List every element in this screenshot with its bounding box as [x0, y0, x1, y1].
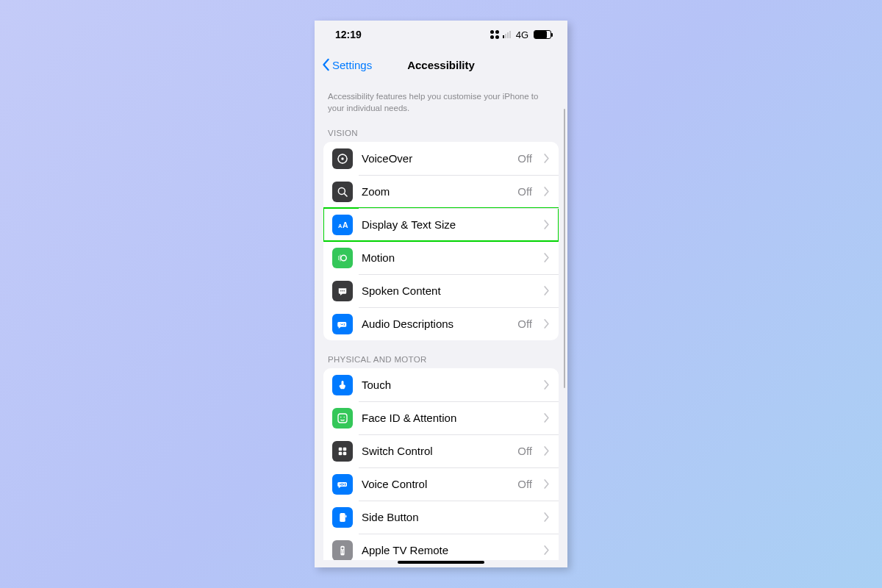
row-zoom[interactable]: Zoom Off — [323, 175, 559, 208]
row-label: Face ID & Attention — [362, 412, 535, 424]
chevron-right-icon — [544, 319, 550, 329]
chevron-right-icon — [544, 220, 550, 229]
row-label: Switch Control — [362, 445, 509, 457]
svg-rect-13 — [339, 447, 343, 451]
text-size-icon: AA — [332, 215, 353, 235]
row-label: Motion — [362, 251, 535, 264]
chevron-right-icon — [544, 380, 550, 390]
row-side-button[interactable]: Side Button — [323, 501, 559, 534]
row-label: VoiceOver — [362, 152, 509, 165]
status-right: 4G — [490, 29, 551, 40]
row-label: Zoom — [362, 185, 509, 198]
battery-icon — [534, 30, 551, 39]
svg-line-3 — [344, 193, 347, 196]
row-voiceover[interactable]: VoiceOver Off — [323, 142, 559, 175]
svg-rect-15 — [339, 451, 343, 455]
spoken-content-icon — [332, 281, 353, 301]
section-header-motor: PHYSICAL AND MOTOR — [315, 340, 567, 368]
scroll-area[interactable]: Accessibility features help you customis… — [315, 81, 567, 560]
apple-tv-remote-icon — [332, 540, 353, 560]
group-motor: Touch Face ID & Attention Switch Control… — [323, 368, 559, 560]
back-label: Settings — [332, 59, 372, 71]
network-label: 4G — [516, 29, 528, 40]
motion-icon — [332, 248, 353, 268]
nav-bar: Settings Accessibility — [315, 49, 567, 81]
svg-point-21 — [341, 551, 342, 551]
section-header-vision: VISION — [315, 114, 567, 142]
row-switch-control[interactable]: Switch Control Off — [323, 434, 559, 467]
intro-text: Accessibility features help you customis… — [315, 81, 567, 114]
row-apple-tv-remote[interactable]: Apple TV Remote — [323, 534, 559, 560]
row-label: Voice Control — [362, 478, 509, 490]
svg-point-20 — [342, 547, 344, 549]
audio-descriptions-icon — [332, 314, 353, 334]
svg-rect-10 — [338, 414, 347, 423]
chevron-right-icon — [544, 286, 550, 295]
row-status: Off — [517, 478, 532, 490]
svg-point-6 — [341, 255, 347, 261]
row-display-text-size[interactable]: AA Display & Text Size — [323, 208, 559, 241]
row-label: Audio Descriptions — [362, 318, 509, 330]
svg-rect-16 — [343, 451, 347, 455]
voice-control-icon — [332, 474, 353, 495]
iphone-frame: 12:19 4G Settings Accessibility Accessib… — [315, 21, 567, 567]
svg-rect-17 — [340, 513, 345, 522]
side-button-icon — [332, 507, 353, 528]
clock: 12:19 — [335, 29, 362, 40]
svg-rect-14 — [343, 447, 347, 451]
svg-rect-18 — [345, 515, 346, 517]
row-status: Off — [517, 152, 532, 165]
row-label: Spoken Content — [362, 284, 535, 297]
page-title: Accessibility — [407, 59, 475, 71]
back-button[interactable]: Settings — [322, 58, 372, 71]
chevron-right-icon — [544, 187, 550, 196]
row-label: Display & Text Size — [362, 218, 535, 231]
svg-point-12 — [344, 416, 345, 417]
svg-point-7 — [340, 290, 342, 291]
row-label: Touch — [362, 379, 535, 391]
row-status: Off — [517, 185, 532, 198]
chevron-right-icon — [544, 446, 550, 456]
svg-point-1 — [341, 157, 343, 159]
row-face-id[interactable]: Face ID & Attention — [323, 401, 559, 434]
row-label: Apple TV Remote — [362, 544, 535, 556]
chevron-right-icon — [544, 154, 550, 163]
voiceover-icon — [332, 148, 353, 169]
svg-point-24 — [343, 552, 343, 553]
row-label: Side Button — [362, 511, 535, 523]
chevron-right-icon — [544, 512, 550, 522]
home-indicator[interactable] — [398, 561, 484, 564]
svg-point-11 — [340, 416, 342, 417]
scrollbar[interactable] — [564, 109, 566, 388]
signal-bars-icon — [503, 31, 511, 38]
svg-point-23 — [341, 552, 342, 553]
row-status: Off — [517, 318, 532, 330]
row-status: Off — [517, 445, 532, 457]
dual-sim-icon — [490, 30, 499, 39]
svg-text:A: A — [338, 222, 343, 229]
svg-point-22 — [343, 551, 343, 551]
chevron-left-icon — [322, 58, 331, 71]
row-audio-descriptions[interactable]: Audio Descriptions Off — [323, 307, 559, 340]
chevron-right-icon — [544, 545, 550, 555]
svg-point-9 — [344, 290, 345, 291]
row-motion[interactable]: Motion — [323, 241, 559, 274]
svg-text:A: A — [343, 220, 348, 229]
row-touch[interactable]: Touch — [323, 368, 559, 401]
chevron-right-icon — [544, 479, 550, 489]
status-bar: 12:19 4G — [315, 21, 567, 49]
zoom-icon — [332, 182, 353, 202]
face-id-icon — [332, 408, 353, 429]
row-voice-control[interactable]: Voice Control Off — [323, 467, 559, 501]
row-spoken-content[interactable]: Spoken Content — [323, 274, 559, 307]
svg-point-8 — [342, 290, 343, 291]
group-vision: VoiceOver Off Zoom Off AA Display & Text… — [323, 142, 559, 340]
chevron-right-icon — [544, 253, 550, 262]
chevron-right-icon — [544, 413, 550, 423]
touch-icon — [332, 375, 353, 395]
switch-control-icon — [332, 441, 353, 462]
